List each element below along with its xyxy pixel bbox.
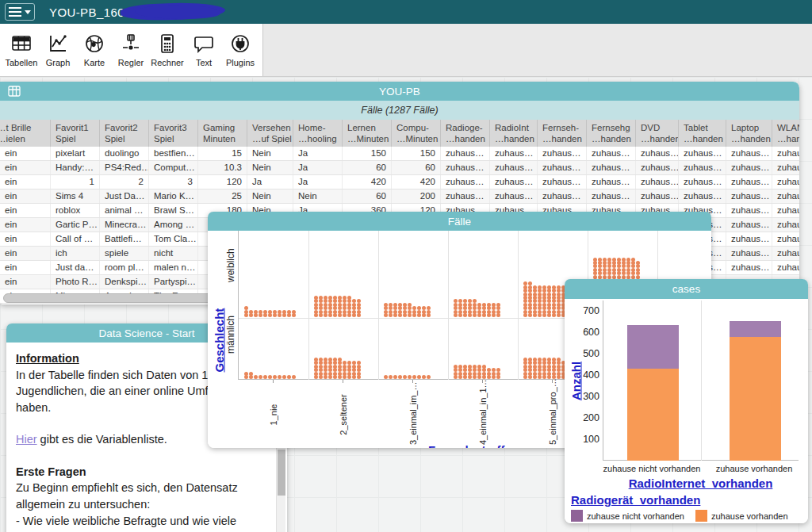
table-cell[interactable]: 60	[343, 161, 392, 174]
case-dot[interactable]	[557, 361, 561, 365]
case-dot[interactable]	[542, 361, 546, 365]
case-dot[interactable]	[636, 268, 640, 272]
case-dot[interactable]	[533, 296, 537, 300]
case-dot[interactable]	[477, 372, 481, 376]
case-dot[interactable]	[533, 368, 537, 372]
case-dot[interactable]	[389, 313, 393, 317]
case-dot[interactable]	[626, 275, 630, 279]
case-dot[interactable]	[547, 365, 551, 369]
case-dot[interactable]	[352, 372, 356, 376]
case-dot[interactable]	[617, 264, 621, 268]
table-cell[interactable]: zuhaus…	[726, 261, 772, 274]
case-dot[interactable]	[398, 303, 402, 307]
case-dot[interactable]	[557, 358, 561, 362]
case-dot[interactable]	[557, 293, 561, 297]
case-dot[interactable]	[454, 303, 458, 307]
table-cell[interactable]: roblox	[51, 204, 100, 217]
table-cell[interactable]: zuhaus…	[726, 218, 772, 232]
case-dot[interactable]	[533, 361, 537, 365]
case-dot[interactable]	[357, 313, 361, 317]
case-dot[interactable]	[552, 303, 556, 307]
case-dot[interactable]	[408, 306, 412, 310]
text-window-scrollbar-track[interactable]	[276, 446, 285, 532]
case-dot[interactable]	[528, 368, 532, 372]
text-window-scrollbar-thumb[interactable]	[278, 450, 285, 496]
case-dot[interactable]	[598, 258, 602, 262]
case-dot[interactable]	[314, 368, 318, 372]
case-dot[interactable]	[542, 303, 546, 307]
case-dot[interactable]	[593, 261, 597, 265]
case-dot[interactable]	[352, 310, 356, 314]
case-dot[interactable]	[528, 310, 532, 314]
case-dot[interactable]	[631, 268, 635, 272]
table-cell[interactable]: spiele	[100, 247, 149, 260]
case-dot[interactable]	[538, 285, 542, 289]
table-cell[interactable]: zuhaus…	[679, 175, 726, 189]
toolbar-button-plugins[interactable]: Plugins	[222, 33, 259, 67]
case-dot[interactable]	[282, 375, 286, 379]
case-dot[interactable]	[319, 365, 323, 369]
case-dot[interactable]	[403, 303, 407, 307]
table-cell[interactable]: zuhaus…	[726, 232, 772, 246]
case-dot[interactable]	[533, 310, 537, 314]
case-dot[interactable]	[607, 268, 611, 272]
case-dot[interactable]	[547, 372, 551, 376]
case-dot[interactable]	[473, 375, 477, 379]
case-dot[interactable]	[542, 306, 546, 310]
table-cell[interactable]: 420	[343, 175, 392, 189]
case-dot[interactable]	[538, 293, 542, 297]
table-cell[interactable]: 25	[198, 189, 247, 203]
case-dot[interactable]	[328, 303, 332, 307]
case-dot[interactable]	[352, 306, 356, 310]
column-header-8[interactable]: Compu-…Minuten	[392, 120, 441, 147]
case-dot[interactable]	[542, 289, 546, 293]
case-dot[interactable]	[324, 306, 327, 310]
table-cell[interactable]: zuhaus…	[679, 189, 726, 203]
case-dot[interactable]	[603, 275, 607, 279]
case-dot[interactable]	[408, 310, 412, 314]
case-dot[interactable]	[523, 361, 527, 365]
table-cell[interactable]: zuhaus…	[538, 175, 587, 189]
case-dot[interactable]	[538, 361, 542, 365]
case-dot[interactable]	[496, 368, 500, 372]
bar-segment-purple[interactable]	[627, 325, 679, 369]
case-dot[interactable]	[598, 264, 602, 268]
table-cell[interactable]: Just da…	[51, 261, 100, 274]
case-dot[interactable]	[538, 289, 542, 293]
table-cell[interactable]: ein	[0, 204, 51, 217]
case-dot[interactable]	[547, 289, 551, 293]
case-dot[interactable]	[244, 372, 248, 376]
case-dot[interactable]	[278, 313, 282, 317]
case-dot[interactable]	[454, 306, 458, 310]
case-dot[interactable]	[328, 365, 332, 369]
table-cell[interactable]: zuhaus…	[772, 147, 799, 160]
case-dot[interactable]	[338, 306, 342, 310]
table-cell[interactable]: ein	[0, 247, 51, 260]
case-dot[interactable]	[347, 310, 351, 314]
table-cell[interactable]: malen n…	[149, 261, 198, 274]
case-dot[interactable]	[523, 310, 527, 314]
case-dot[interactable]	[547, 285, 551, 289]
case-dot[interactable]	[612, 261, 616, 265]
table-cell[interactable]: Ja	[293, 175, 343, 189]
case-dot[interactable]	[557, 310, 561, 314]
legend-attribute-link[interactable]: Radiogerät_vorhanden	[571, 493, 700, 507]
case-dot[interactable]	[538, 299, 542, 303]
case-dot[interactable]	[542, 299, 546, 303]
case-dot[interactable]	[533, 358, 537, 362]
case-dot[interactable]	[617, 271, 621, 275]
case-dot[interactable]	[324, 375, 327, 379]
case-dot[interactable]	[244, 310, 248, 314]
table-cell[interactable]: zuhaus…	[726, 204, 772, 217]
case-dot[interactable]	[427, 313, 431, 317]
case-dot[interactable]	[492, 303, 496, 307]
case-dot[interactable]	[463, 310, 467, 314]
case-dot[interactable]	[468, 306, 472, 310]
case-dot[interactable]	[523, 306, 527, 310]
case-dot[interactable]	[523, 303, 527, 307]
case-dot[interactable]	[389, 310, 393, 314]
case-dot[interactable]	[458, 310, 462, 314]
case-dot[interactable]	[528, 313, 532, 317]
table-cell[interactable]: ein	[0, 218, 51, 232]
case-dot[interactable]	[352, 375, 356, 379]
